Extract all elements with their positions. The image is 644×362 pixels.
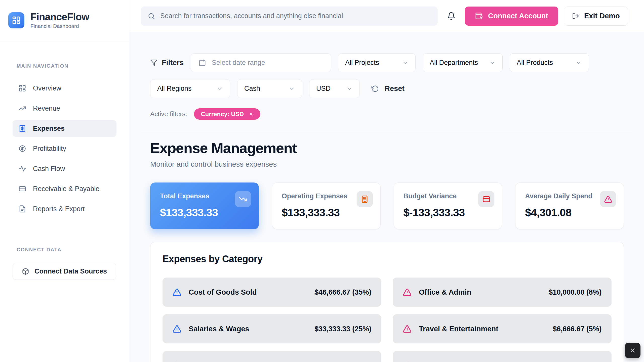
connect-data-sources-label: Connect Data Sources [34, 267, 107, 275]
search-icon [148, 12, 155, 20]
category-label: Cost of Goods Sold [189, 288, 307, 296]
sidebar-item-label: Profitability [33, 145, 66, 153]
currency-select-value: USD [316, 85, 331, 93]
credit-card-icon [19, 185, 26, 193]
alert-triangle-icon [403, 288, 412, 297]
date-range-input[interactable]: Select date range [191, 53, 331, 72]
category-label: Salaries & Wages [189, 325, 307, 333]
exit-demo-label: Exit Demo [584, 12, 620, 20]
products-select[interactable]: All Products [510, 53, 589, 72]
exit-demo-button[interactable]: Exit Demo [564, 7, 628, 26]
bell-icon [447, 12, 456, 20]
currency-filter-chip[interactable]: Currency: USD [194, 108, 260, 120]
expenses-by-category-card: Expenses by Category Cost of Goods Sold … [150, 242, 624, 362]
connect-data-section: CONNECT DATA Connect Data Sources [0, 247, 129, 280]
log-out-icon [572, 12, 579, 20]
activity-icon [19, 165, 26, 172]
chevron-down-icon [341, 85, 353, 92]
sidebar-item-revenue[interactable]: Revenue [13, 100, 116, 117]
projects-select-value: All Projects [345, 59, 379, 67]
stat-value: $133,333.33 [282, 206, 371, 219]
layout-dashboard-icon [12, 16, 21, 25]
brand-tagline: Financial Dashboard [30, 23, 89, 29]
currency-select[interactable]: USD [309, 79, 360, 98]
section-divider [141, 131, 632, 131]
regions-select[interactable]: All Regions [150, 79, 230, 98]
chevron-down-icon [397, 60, 409, 66]
circle-dollar-icon [19, 145, 26, 152]
category-row-professional-services: Professional Services $3,333.33 (3%) [393, 351, 612, 362]
close-overlay-button[interactable] [625, 343, 640, 358]
products-select-value: All Products [517, 59, 553, 67]
page-title: Expense Management [150, 140, 632, 156]
chevron-down-icon [212, 85, 223, 92]
stat-card-total-expenses[interactable]: Total Expenses $133,333.33 [150, 183, 259, 229]
stat-card-operating-expenses[interactable]: Operating Expenses $133,333.33 [272, 183, 381, 229]
sidebar-section-main-navigation: MAIN NAVIGATION [17, 63, 129, 69]
sidebar-item-label: Expenses [33, 125, 65, 132]
chevron-down-icon [484, 60, 496, 66]
stat-card-budget-variance[interactable]: Budget Variance $-133,333.33 [394, 183, 502, 229]
filters-title-label: Filters [162, 59, 184, 67]
layout-dashboard-icon [19, 84, 26, 92]
sidebar-item-label: Receivable & Payable [33, 185, 99, 193]
credit-card-icon [478, 191, 494, 207]
wallet-icon [475, 12, 483, 20]
building-icon [357, 191, 373, 207]
reset-filters-button[interactable]: Reset [371, 84, 405, 93]
stat-cards: Total Expenses $133,333.33 Operating Exp… [150, 183, 624, 229]
close-icon[interactable] [249, 112, 254, 116]
connect-data-sources-button[interactable]: Connect Data Sources [13, 263, 116, 280]
sidebar-item-cash-flow[interactable]: Cash Flow [13, 160, 116, 177]
calendar-icon [198, 59, 206, 67]
brand-name: FinanceFlow [30, 12, 89, 22]
sidebar-item-overview[interactable]: Overview [13, 80, 116, 97]
notifications-button[interactable] [446, 9, 457, 24]
category-value: $46,666.67 (35%) [314, 288, 371, 296]
departments-select-value: All Departments [430, 59, 478, 67]
category-label: Office & Admin [419, 288, 541, 296]
close-icon [629, 347, 636, 354]
category-row-cost-of-goods-sold: Cost of Goods Sold $46,666.67 (35%) [163, 278, 381, 307]
sidebar-item-label: Revenue [33, 105, 60, 112]
sidebar-section-connect-data: CONNECT DATA [17, 247, 116, 253]
currency-chip-label: Currency: USD [201, 111, 244, 118]
category-row-salaries-wages: Salaries & Wages $33,333.33 (25%) [163, 314, 381, 343]
payment-method-select[interactable]: Cash [237, 79, 302, 98]
connect-account-label: Connect Account [488, 12, 548, 20]
sidebar-item-expenses[interactable]: Expenses [13, 120, 116, 137]
main-content: Filters Select date range All Projects A… [129, 32, 644, 362]
connect-account-button[interactable]: Connect Account [465, 7, 558, 26]
category-value: $10,000.00 (8%) [549, 288, 601, 296]
sidebar-item-profitability[interactable]: Profitability [13, 140, 116, 157]
alert-triangle-icon [173, 288, 181, 297]
filters-title: Filters [150, 59, 184, 67]
chevron-down-icon [284, 85, 295, 92]
filter-funnel-icon [150, 59, 157, 66]
projects-select[interactable]: All Projects [338, 53, 416, 72]
category-row-marketing: Marketing $20,000.00 (15%) [163, 351, 381, 362]
departments-select[interactable]: All Departments [423, 53, 503, 72]
payment-method-select-value: Cash [244, 85, 260, 93]
category-label: Travel & Entertainment [419, 325, 545, 333]
reset-label: Reset [385, 84, 405, 93]
filters-row-1: Filters Select date range All Projects A… [150, 53, 632, 72]
sidebar-item-reports-export[interactable]: Reports & Export [13, 201, 116, 217]
category-value: $6,666.67 (5%) [553, 325, 601, 333]
stat-value: $133,333.33 [160, 206, 249, 219]
main-navigation: Overview Revenue Expenses Profitability … [0, 80, 129, 217]
page-subtitle: Monitor and control business expenses [150, 160, 632, 168]
category-row-office-admin: Office & Admin $10,000.00 (8%) [393, 278, 612, 307]
sidebar-item-label: Reports & Export [33, 205, 85, 213]
stat-value: $-133,333.33 [404, 206, 493, 219]
file-text-icon [19, 205, 26, 213]
sidebar-item-receivable-payable[interactable]: Receivable & Payable [13, 180, 116, 197]
stat-card-average-daily-spend[interactable]: Average Daily Spend $4,301.08 [515, 183, 624, 229]
brand-logo-block: FinanceFlow Financial Dashboard [0, 0, 129, 41]
trending-up-icon [19, 105, 26, 112]
active-filters-label: Active filters: [150, 110, 187, 118]
search-input[interactable] [160, 12, 431, 20]
category-grid: Cost of Goods Sold $46,666.67 (35%) Offi… [163, 278, 612, 362]
date-range-placeholder: Select date range [212, 59, 265, 67]
alert-triangle-icon [173, 361, 181, 362]
